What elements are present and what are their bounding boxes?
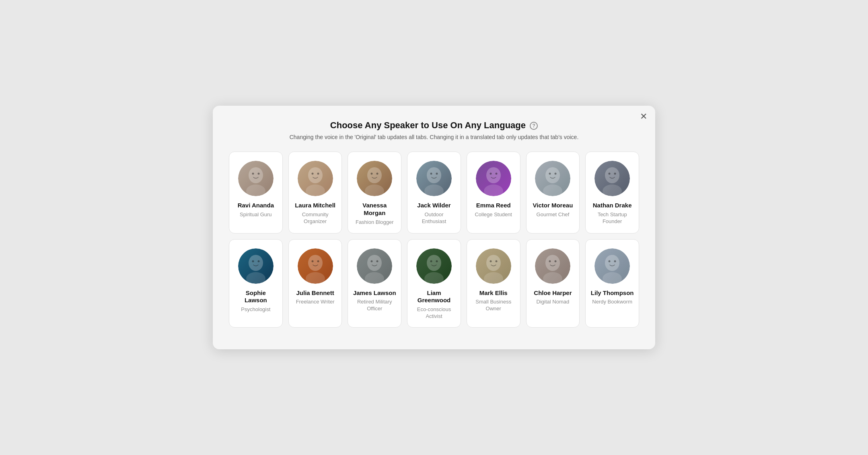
svg-point-11 — [367, 167, 382, 183]
avatar-chloe — [535, 248, 570, 284]
svg-point-21 — [486, 167, 501, 183]
svg-point-29 — [555, 173, 557, 175]
speaker-selection-modal: ✕ Choose Any Speaker to Use On Any Langu… — [213, 106, 655, 349]
svg-point-19 — [436, 173, 438, 175]
svg-point-16 — [427, 167, 441, 183]
svg-point-24 — [495, 173, 497, 175]
svg-point-14 — [376, 173, 378, 175]
speaker-name-vanessa: Vanessa Morgan — [353, 202, 396, 217]
speaker-card-jack[interactable]: Jack WilderOutdoor Enthusiast — [407, 152, 461, 233]
speaker-name-sophie: Sophie Lawson — [234, 289, 278, 305]
svg-point-31 — [605, 167, 619, 183]
speaker-role-nathan: Tech Startup Founder — [590, 211, 634, 225]
speakers-row-1: Ravi AnandaSpiritual Guru Laura Mitchell… — [229, 152, 639, 233]
svg-point-18 — [430, 173, 432, 175]
speaker-name-jack: Jack Wilder — [417, 202, 450, 209]
speaker-role-victor: Gourmet Chef — [537, 211, 570, 218]
svg-point-26 — [545, 167, 560, 183]
speaker-card-mark[interactable]: Mark EllisSmall Business Owner — [467, 239, 520, 328]
svg-point-66 — [605, 255, 619, 271]
speaker-role-liam: Eco-conscious Activist — [412, 306, 456, 320]
avatar-laura — [298, 161, 333, 196]
speaker-name-victor: Victor Moreau — [533, 202, 573, 209]
svg-point-4 — [257, 173, 259, 175]
svg-point-43 — [311, 260, 313, 262]
speaker-card-vanessa[interactable]: Vanessa MorganFashion Blogger — [348, 152, 401, 233]
svg-point-59 — [495, 260, 497, 262]
avatar-vanessa — [357, 161, 392, 196]
avatar-sophie — [238, 248, 274, 284]
speaker-name-ravi: Ravi Ananda — [238, 202, 274, 209]
svg-point-6 — [308, 167, 323, 183]
avatar-emma — [476, 161, 511, 196]
avatar-liam — [416, 248, 452, 284]
speaker-card-james[interactable]: James LawsonRetired Military Officer — [348, 239, 401, 328]
speaker-name-nathan: Nathan Drake — [593, 202, 632, 209]
speaker-role-james: Retired Military Officer — [353, 299, 396, 312]
svg-point-39 — [257, 260, 259, 262]
speaker-role-laura: Community Organizer — [294, 211, 337, 225]
avatar-victor — [535, 161, 570, 196]
speaker-card-lily[interactable]: Lily ThompsonNerdy Bookworm — [585, 239, 639, 328]
svg-point-44 — [317, 260, 319, 262]
speaker-role-vanessa: Fashion Blogger — [356, 219, 394, 226]
speaker-role-emma: College Student — [475, 211, 512, 218]
modal-subtitle: Changing the voice in the 'Original' tab… — [229, 134, 639, 140]
avatar-james — [357, 248, 392, 284]
speaker-card-liam[interactable]: Liam GreenwoodEco-conscious Activist — [407, 239, 461, 328]
avatar-lily — [594, 248, 630, 284]
svg-point-33 — [609, 173, 611, 175]
svg-point-56 — [486, 255, 501, 271]
svg-point-41 — [308, 255, 323, 271]
svg-point-51 — [427, 255, 441, 271]
speaker-role-lily: Nerdy Bookworm — [592, 299, 632, 305]
speaker-name-chloe: Chloe Harper — [534, 289, 572, 297]
avatar-mark — [476, 248, 511, 284]
svg-point-48 — [371, 260, 373, 262]
speaker-name-laura: Laura Mitchell — [295, 202, 335, 209]
svg-point-54 — [436, 260, 438, 262]
speaker-card-chloe[interactable]: Chloe HarperDigital Nomad — [526, 239, 580, 328]
speaker-role-julia: Freelance Writer — [296, 299, 335, 305]
speaker-role-mark: Small Business Owner — [472, 299, 515, 312]
svg-point-69 — [614, 260, 616, 262]
speaker-name-james: James Lawson — [353, 289, 396, 297]
svg-point-13 — [371, 173, 373, 175]
avatar-nathan — [594, 161, 630, 196]
close-button[interactable]: ✕ — [640, 112, 647, 121]
speaker-name-lily: Lily Thompson — [591, 289, 634, 297]
svg-point-9 — [317, 173, 319, 175]
svg-point-3 — [252, 173, 254, 175]
avatar-jack — [416, 161, 452, 196]
speaker-role-jack: Outdoor Enthusiast — [412, 211, 456, 225]
speaker-card-nathan[interactable]: Nathan DrakeTech Startup Founder — [585, 152, 639, 233]
help-icon[interactable]: ? — [530, 122, 538, 130]
speaker-card-emma[interactable]: Emma ReedCollege Student — [467, 152, 520, 233]
speaker-card-ravi[interactable]: Ravi AnandaSpiritual Guru — [229, 152, 283, 233]
svg-point-68 — [609, 260, 611, 262]
speaker-card-laura[interactable]: Laura MitchellCommunity Organizer — [288, 152, 342, 233]
svg-point-34 — [614, 173, 616, 175]
svg-point-49 — [376, 260, 378, 262]
speaker-card-julia[interactable]: Julia BennettFreelance Writer — [288, 239, 342, 328]
speaker-name-julia: Julia Bennett — [296, 289, 334, 297]
svg-point-23 — [490, 173, 492, 175]
speaker-name-liam: Liam Greenwood — [412, 289, 456, 305]
svg-point-64 — [555, 260, 557, 262]
speaker-card-victor[interactable]: Victor MoreauGourmet Chef — [526, 152, 580, 233]
svg-point-63 — [549, 260, 551, 262]
speaker-role-chloe: Digital Nomad — [537, 299, 570, 305]
svg-point-46 — [367, 255, 382, 271]
svg-point-8 — [311, 173, 313, 175]
svg-point-28 — [549, 173, 551, 175]
speaker-role-ravi: Spiritual Guru — [240, 211, 272, 218]
avatar-julia — [298, 248, 333, 284]
modal-title: Choose Any Speaker to Use On Any Languag… — [229, 120, 639, 131]
svg-point-36 — [249, 255, 263, 271]
svg-point-38 — [252, 260, 254, 262]
speaker-card-sophie[interactable]: Sophie LawsonPsychologist — [229, 239, 283, 328]
speaker-role-sophie: Psychologist — [241, 306, 270, 313]
svg-point-1 — [249, 167, 263, 183]
avatar-ravi — [238, 161, 274, 196]
speakers-row-2: Sophie LawsonPsychologist Julia BennettF… — [229, 239, 639, 328]
